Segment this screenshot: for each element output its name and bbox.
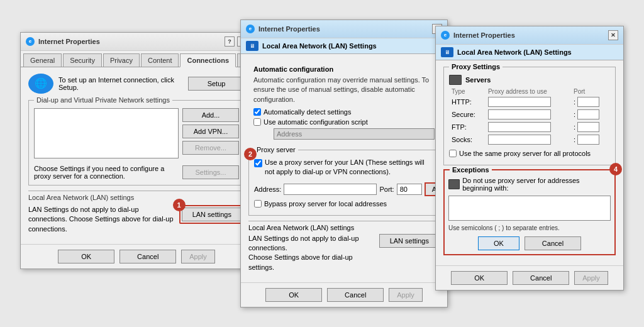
setup-section: 🌐 To set up an Internet connection, clic… [28,74,245,94]
badge-1: 1 [173,199,186,211]
title-text-1: Internet Properties [38,38,100,45]
ftp-port-input[interactable] [577,122,599,132]
dialog1-apply-btn[interactable]: Apply [181,250,215,263]
use-proxy-row: 2 Use a proxy server for your LAN (These… [254,158,434,177]
tab-security[interactable]: Security [63,53,102,67]
setup-btn[interactable]: Setup [188,77,245,91]
title-bar-3: e Internet Properties ✕ [436,26,623,45]
tab-content[interactable]: Content [141,53,179,67]
setup-icon: 🌐 [28,74,53,94]
auto-script-checkbox[interactable] [253,118,261,126]
dialog3-cancel-btn[interactable]: Cancel [513,271,569,285]
proxy-subtitle-bar: 🖥 Local Area Network (LAN) Settings [436,45,623,60]
table-row-socks: Socks: : [449,133,610,146]
row-socks-type: Socks: [449,133,486,146]
proxy-addr-row: Address: Port: 3 Advanced [254,182,434,196]
http-proxy-input[interactable] [488,97,551,107]
add-vpn-btn[interactable]: Add VPN... [182,125,239,138]
vpn-list[interactable] [34,108,179,158]
dialog1-cancel-btn[interactable]: Cancel [119,250,176,263]
address-input[interactable] [274,128,435,140]
auto-detect-checkbox[interactable] [253,108,261,116]
vpn-controls: Add... Add VPN... Remove... [34,108,239,162]
title-bar-left-3: e Internet Properties [441,31,515,40]
secure-port-input[interactable] [577,109,599,119]
exceptions-hint: Use semicolons ( ; ) to separate entries… [448,224,611,231]
row-ftp-proxy [486,121,571,133]
exceptions-cancel-btn[interactable]: Cancel [525,236,581,250]
add-btn[interactable]: Add... [182,108,239,122]
lan-text: LAN Settings do not apply to dial-up con… [28,205,174,234]
exceptions-buttons: OK Cancel [448,236,611,250]
help-btn-1[interactable]: ? [225,36,235,47]
row-http-proxy [486,96,571,108]
dialog3-bottom-buttons: OK Cancel Apply [436,265,623,290]
vpn-group-title: Dial-up and Virtual Private Network sett… [34,96,172,104]
title-text-3: Internet Properties [453,31,515,39]
exceptions-input[interactable] [448,196,611,221]
dialog1-bottom-buttons: OK Cancel Apply [21,244,252,269]
exceptions-title: Exceptions [450,166,492,174]
col-proxy-header: Proxy address to use [486,87,571,96]
lan-section: Local Area Network (LAN) settings LAN Se… [28,191,245,234]
badge-4: 4 [609,163,622,175]
same-proxy-checkbox[interactable] [449,150,457,157]
auto-config-text: Automatic configuration may override man… [253,75,435,104]
col-type-header: Type [449,87,486,96]
bypass-checkbox[interactable] [254,200,262,208]
badge-2: 2 [244,148,257,160]
table-row-secure: Secure: : [449,108,610,121]
remove-btn[interactable]: Remove... [182,141,239,155]
lan-bottom-label: Local Area Network (LAN) settings [248,224,440,231]
servers-icon [449,75,462,85]
proxy-addr-input[interactable] [284,184,377,195]
proxy-settings-title: Proxy Settings [449,63,502,70]
close-btn-3[interactable]: ✕ [608,30,618,40]
proxy-box-title: Proxy server [254,146,298,153]
tab-privacy[interactable]: Privacy [103,53,140,67]
network-icon-3: 🖥 [441,47,453,57]
secure-proxy-input[interactable] [488,109,551,119]
lan-bottom-text: LAN Settings do not apply to dial-up con… [248,234,374,273]
row-secure-proxy [486,108,571,121]
dialog2-apply-btn[interactable]: Apply [389,288,423,302]
port-input[interactable] [397,184,422,195]
use-proxy-checkbox[interactable] [254,159,262,167]
lan-settings-dialog: e Internet Properties ✕ 🖥 Local Area Net… [240,19,448,308]
row-secure-port: : [571,108,610,121]
row-ftp-type: FTP: [449,121,486,133]
settings-row: Choose Settings if you need to configure… [34,165,239,180]
dialog3-ok-btn[interactable]: OK [451,271,508,285]
tab-general[interactable]: General [23,53,62,67]
http-port-input[interactable] [577,97,599,107]
settings-btn[interactable]: Settings... [182,165,239,179]
table-row-ftp: FTP: : [449,121,610,133]
dialog2-bottom-buttons: OK Cancel Apply [241,282,447,307]
dialog3-content: Proxy Settings Servers Type Proxy addres… [436,60,623,262]
lan-settings-btn[interactable]: LAN settings [182,208,242,221]
socks-port-input[interactable] [577,135,599,145]
dialog2-cancel-btn[interactable]: Cancel [327,288,384,302]
ftp-proxy-input[interactable] [488,122,551,132]
lan-btn-highlight: LAN settings [179,205,245,224]
dialog2-content: Automatic configuration Automatic config… [241,54,447,279]
auto-detect-label: Automatically detect settings [264,108,351,116]
dialog2-ok-btn[interactable]: OK [265,288,322,302]
lan-btn-wrapper: 1 LAN settings [179,205,245,224]
socks-proxy-input[interactable] [488,135,551,145]
exceptions-ok-btn[interactable]: OK [478,236,519,250]
tab-bar-1: General Security Privacy Content Connect… [21,51,252,67]
dialog1-ok-btn[interactable]: OK [58,250,114,263]
lan-settings-btn-2[interactable]: LAN settings [379,234,440,248]
title-bar-2: e Internet Properties ✕ [241,20,447,38]
title-bar-controls-3: ✕ [608,30,618,40]
ie-icon-1: e [26,37,35,46]
ie-icon-2: e [246,25,255,33]
port-label: Port: [379,186,394,193]
tab-connections[interactable]: Connections [180,53,236,67]
dialog3-apply-btn[interactable]: Apply [574,271,608,285]
auto-script-row: Use automatic configuration script [253,118,435,126]
title-bar-1: e Internet Properties ? ✕ [21,33,252,51]
row-socks-port: : [571,133,610,146]
lan-bottom-content: LAN Settings do not apply to dial-up con… [248,234,440,273]
